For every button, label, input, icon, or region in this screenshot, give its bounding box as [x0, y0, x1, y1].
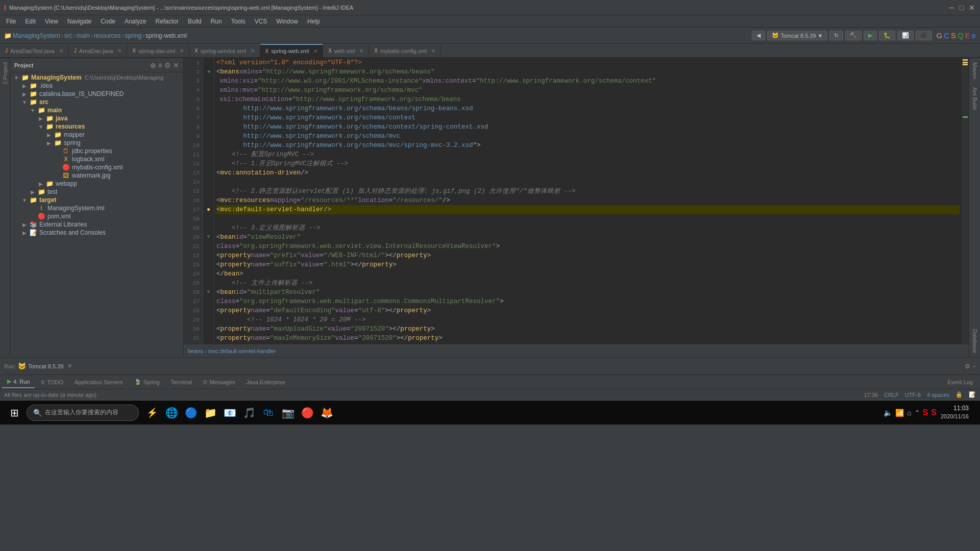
btm-tab-spring[interactable]: 🍃 Spring — [129, 376, 165, 388]
stop-btn[interactable]: ⬛ — [916, 31, 932, 40]
start-button[interactable]: ⊞ — [4, 403, 24, 423]
bc-project[interactable]: ManagingSystem — [13, 32, 60, 39]
menu-help[interactable]: Help — [303, 17, 324, 26]
tray-icon-s[interactable]: S — [923, 408, 928, 417]
panel-icon-hide[interactable]: ✕ — [173, 61, 179, 69]
status-indent[interactable]: 4 spaces — [927, 392, 949, 398]
tray-icon-2[interactable]: 📶 — [895, 409, 904, 417]
bc-file[interactable]: spring-web.xml — [145, 32, 187, 39]
tree-item-resources[interactable]: ▼ 📁 resources — [10, 122, 183, 131]
search-icon4[interactable]: E — [965, 31, 970, 40]
menu-analyze[interactable]: Analyze — [120, 17, 151, 26]
btm-tab-javaent[interactable]: Java Enterprise — [241, 376, 290, 388]
btm-tab-run[interactable]: ▶ 4: Run — [2, 376, 35, 388]
menu-view[interactable]: View — [41, 17, 62, 26]
panel-icon-plus[interactable]: ⊕ — [150, 61, 156, 69]
database-label[interactable]: Database — [971, 325, 979, 357]
tab-mybatis[interactable]: X mybatis-config.xml ✕ — [369, 44, 441, 57]
settings-icon[interactable]: ⚙ — [965, 363, 970, 370]
coverage-btn[interactable]: 📊 — [897, 31, 914, 40]
taskbar-icon-store[interactable]: 🛍 — [259, 403, 278, 423]
project-tab-label[interactable]: 1:Project — [1, 58, 9, 88]
bc-spring[interactable]: spring — [125, 32, 141, 39]
taskbar-icon-browser2[interactable]: 🦊 — [317, 403, 336, 423]
debug-btn[interactable]: 🐛 — [879, 31, 895, 40]
taskbar-icon-security[interactable]: 🔴 — [298, 403, 316, 423]
tree-item-scratches[interactable]: ▶ 📝 Scratches and Consoles — [10, 229, 183, 237]
status-icon1[interactable]: 🔒 — [955, 391, 963, 398]
tab-areadao[interactable]: J AreaDao.java ✕ — [69, 44, 128, 57]
tree-item-pom[interactable]: 🔴 pom.xml — [10, 212, 183, 220]
tree-item-main[interactable]: ▼ 📁 main — [10, 106, 183, 114]
menu-window[interactable]: Window — [272, 17, 302, 26]
build-btn[interactable]: 🔨 — [845, 31, 862, 40]
run-btn[interactable]: ▶ — [864, 31, 877, 40]
tab-spring-web[interactable]: X spring-web.xml ✕ — [260, 44, 324, 57]
maximize-btn[interactable]: □ — [958, 4, 966, 12]
tab-spring-dao[interactable]: X spring-dao.xml ✕ — [127, 44, 189, 57]
panel-icon-settings[interactable]: ⚙ — [164, 61, 171, 69]
minimize-panel-icon[interactable]: − — [972, 363, 976, 370]
tree-item-iml[interactable]: I ManagingSystem.iml — [10, 204, 183, 212]
menu-navigate[interactable]: Navigate — [63, 17, 95, 26]
btm-tab-eventlog[interactable]: Event Log — [942, 376, 978, 388]
menu-run[interactable]: Run — [207, 17, 226, 26]
tree-item-idea[interactable]: ▶ 📁 .idea — [10, 82, 183, 90]
status-icon2[interactable]: 📝 — [969, 391, 976, 398]
taskbar-clock[interactable]: 11:03 2020/11/16 — [941, 404, 969, 420]
bc-bottom-handler[interactable]: mvc:default-servlet-handler — [208, 348, 276, 354]
tree-item-extlib[interactable]: ▶ 📚 External Libraries — [10, 220, 183, 229]
bc-resources[interactable]: resources — [94, 32, 121, 39]
menu-vcs[interactable]: VCS — [251, 17, 272, 26]
tree-item-test[interactable]: ▶ 📁 test — [10, 188, 183, 196]
btm-tab-todo[interactable]: 6: TODO — [36, 376, 68, 388]
tray-icon-3[interactable]: ⌂ — [907, 409, 911, 417]
taskbar-search[interactable]: 🔍 在这里输入你要搜索的内容 — [27, 405, 139, 421]
status-line-ending[interactable]: CRLF — [884, 392, 899, 398]
taskbar-icon-media[interactable]: 🎵 — [240, 403, 258, 423]
maven-label[interactable]: Maven — [971, 58, 979, 83]
tree-item-watermark[interactable]: 🖼 watermark.jpg — [10, 171, 183, 180]
menu-file[interactable]: File — [2, 17, 20, 26]
tab-web[interactable]: X web.xml ✕ — [323, 44, 369, 57]
tree-item-spring[interactable]: ▶ 📁 spring — [10, 139, 183, 147]
tree-item-catalina[interactable]: ▶ 📁 catalina.base_IS_UNDEFINED — [10, 90, 183, 98]
tomcat-dropdown[interactable]: 🐱 Tomcat 8.5.39 ▼ — [767, 31, 827, 40]
tray-icon-chevron[interactable]: ⌃ — [915, 409, 920, 416]
btm-tab-appservers[interactable]: Application Servers — [69, 376, 128, 388]
google-icon[interactable]: G — [936, 31, 942, 40]
menu-edit[interactable]: Edit — [21, 17, 40, 26]
code-lines[interactable]: <?xml version="1.0" encoding="UTF-8"?> <… — [214, 58, 962, 344]
taskbar-icon-edge[interactable]: 🌐 — [162, 403, 181, 423]
tray-icon-s2[interactable]: S — [931, 408, 937, 417]
bc-src[interactable]: src — [64, 32, 72, 39]
taskbar-icon-explorer[interactable]: 📁 — [201, 403, 219, 423]
tree-item-mapper[interactable]: ▶ 📁 mapper — [10, 131, 183, 139]
menu-build[interactable]: Build — [184, 17, 206, 26]
taskbar-icon-mail[interactable]: 📧 — [220, 403, 239, 423]
taskbar-icon-chrome[interactable]: 🔵 — [182, 403, 200, 423]
panel-icon-list[interactable]: ≡ — [158, 61, 162, 69]
back-btn[interactable]: ◀ — [752, 31, 765, 40]
ant-build-label[interactable]: Ant Build — [971, 83, 979, 114]
tree-item-webapp[interactable]: ▶ 📁 webapp — [10, 180, 183, 188]
menu-refactor[interactable]: Refactor — [152, 17, 183, 26]
taskbar-icon-task[interactable]: ⚡ — [143, 403, 161, 423]
bc-main[interactable]: main — [77, 32, 90, 39]
tab-areadaotest[interactable]: J AreaDaoTest.java ✕ — [0, 44, 69, 57]
tab-spring-service[interactable]: X spring-service.xml ✕ — [189, 44, 260, 57]
status-encoding[interactable]: UTF-8 — [905, 392, 921, 398]
tree-item-target[interactable]: ▼ 📁 target — [10, 196, 183, 204]
tree-item-logback[interactable]: X logback.xml — [10, 155, 183, 163]
search-icon5[interactable]: e — [972, 31, 976, 40]
search-icon2[interactable]: S — [951, 31, 956, 40]
tree-item-mybatis[interactable]: 🔴 mybatis-config.xml — [10, 163, 183, 171]
tree-item-java[interactable]: ▶ 📁 java — [10, 114, 183, 122]
close-btn[interactable]: ✕ — [968, 4, 976, 12]
chrome-icon[interactable]: C — [944, 31, 949, 40]
menu-tools[interactable]: Tools — [227, 17, 250, 26]
tree-item-src[interactable]: ▼ 📁 src — [10, 98, 183, 106]
tray-icon-1[interactable]: 🔈 — [884, 409, 892, 417]
search-icon3[interactable]: Q — [958, 31, 964, 40]
taskbar-icon-camera[interactable]: 📷 — [279, 403, 297, 423]
